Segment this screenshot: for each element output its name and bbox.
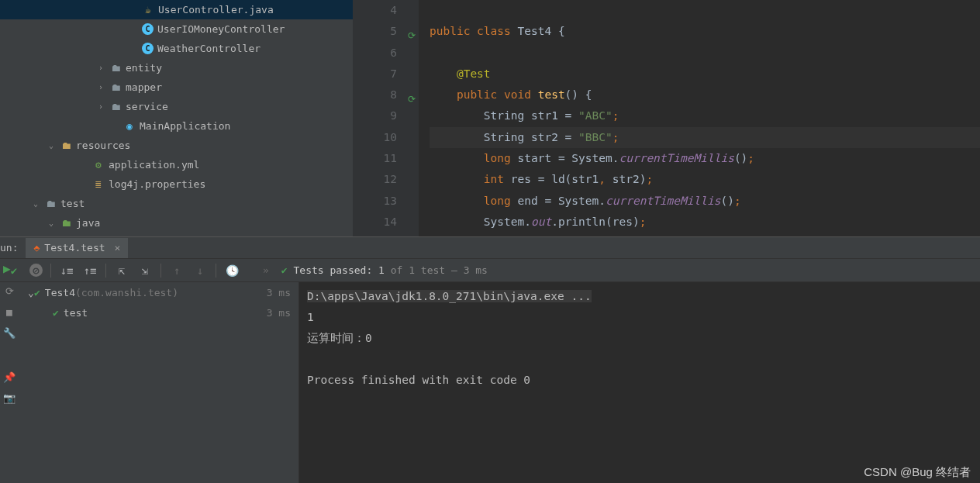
code-line[interactable] <box>430 43 980 64</box>
code-line[interactable]: @Test <box>430 64 980 85</box>
code-line[interactable]: long start = System.currentTimeMillis(); <box>430 148 980 169</box>
collapse-icon[interactable]: ⇱ <box>114 263 129 278</box>
tree-item[interactable]: ⚙application.yml <box>0 155 353 174</box>
down-arrow-icon[interactable]: ↓ <box>192 263 208 278</box>
stop-icon[interactable]: ■ <box>6 306 12 318</box>
test-row[interactable]: ⌄✔Test4 (com.wanshi.test)3 ms <box>19 282 298 302</box>
code-line[interactable]: String str1 = "ABC"; <box>430 105 980 126</box>
code-line[interactable]: int res = ld(str1, str2); <box>430 169 980 190</box>
tree-item[interactable]: ⌄🖿test <box>0 194 353 213</box>
run-tool-label: un: <box>0 242 26 254</box>
chevron-icon: › <box>96 83 105 91</box>
expand-icon[interactable]: ⇲ <box>137 263 153 278</box>
check-icon: ✔ <box>53 307 59 319</box>
tree-label: service <box>126 101 168 112</box>
tree-label: UserController.java <box>158 4 274 16</box>
close-icon[interactable]: × <box>115 242 121 254</box>
history-icon[interactable]: 🕓 <box>224 263 240 278</box>
run-side-toolbar: ⟳ ■ 🔧 📌 📷 <box>0 282 19 483</box>
settings-icon[interactable]: 🔧 <box>3 327 16 339</box>
code-line[interactable] <box>430 0 980 21</box>
code-line[interactable]: String str2 = "BBC"; <box>430 127 980 148</box>
up-arrow-icon[interactable]: ↑ <box>169 263 185 278</box>
code-line[interactable]: public void test() { <box>430 85 980 105</box>
rerun-icon[interactable]: ⟳ <box>5 285 14 297</box>
tree-item[interactable]: ⌄🖿java <box>0 213 353 233</box>
tree-item[interactable]: ›🖿mapper <box>0 78 353 97</box>
tree-label: MainApplication <box>140 120 230 132</box>
pin-icon[interactable]: 📌 <box>3 371 16 383</box>
tree-label: mapper <box>126 81 162 93</box>
tree-item[interactable]: CUserIOMoneyController <box>0 19 353 39</box>
chevron-icon: › <box>96 64 105 72</box>
run-toolbar: ✔ ⊘ ↓≡ ↑≡ ⇱ ⇲ ↑ ↓ 🕓 » ✔ Tests passed: 1 … <box>0 259 980 282</box>
tree-label: resources <box>76 140 130 151</box>
test-tab-icon: ⬘ <box>33 242 40 254</box>
tree-item[interactable]: ◉MainApplication <box>0 116 353 136</box>
sort-up-icon[interactable]: ↑≡ <box>82 263 98 278</box>
tree-item[interactable]: ≣log4j.properties <box>0 174 353 194</box>
code-editor[interactable]: 45⟳678⟳91011121314 public class Test4 { … <box>353 0 980 236</box>
project-tree[interactable]: ☕UserController.javaCUserIOMoneyControll… <box>0 0 353 236</box>
chevron-icon: › <box>96 102 105 111</box>
test-status: ✔ Tests passed: 1 of 1 test – 3 ms <box>281 264 488 276</box>
console-output[interactable]: D:\apps\Java\jdk1.8.0_271\bin\java.exe .… <box>299 282 980 483</box>
sort-down-icon[interactable]: ↓≡ <box>59 263 74 278</box>
run-panel: un: ⬘ Test4.test × ✔ ⊘ ↓≡ ↑≡ ⇱ ⇲ ↑ ↓ 🕓 »… <box>0 236 980 483</box>
tree-item[interactable]: ☕UserController.java <box>0 0 353 19</box>
tree-label: application.yml <box>109 159 199 171</box>
code-line[interactable]: System.out.println(res); <box>430 212 980 233</box>
run-tab[interactable]: ⬘ Test4.test × <box>26 238 128 258</box>
check-icon: ✔ <box>34 287 40 298</box>
code-line[interactable]: long end = System.currentTimeMillis(); <box>430 191 980 212</box>
camera-icon[interactable]: 📷 <box>3 392 16 404</box>
watermark: CSDN @Bug 终结者 <box>864 465 971 480</box>
chevron-icon: ⌄ <box>31 199 40 208</box>
chevron-icon: ⌄ <box>47 141 56 150</box>
play-icon[interactable]: ▶ <box>3 261 11 276</box>
test-results-tree[interactable]: ⌄✔Test4 (com.wanshi.test)3 ms✔test3 ms <box>19 282 299 483</box>
tree-label: test <box>60 198 85 209</box>
code-line[interactable]: public class Test4 { <box>430 21 980 42</box>
noentry-icon[interactable]: ⊘ <box>29 264 43 277</box>
tree-label: entity <box>126 62 162 74</box>
tree-label: UserIOMoneyController <box>157 23 285 35</box>
chevron-icon: ⌄ <box>47 219 56 227</box>
tree-item[interactable]: CWeatherController <box>0 39 353 58</box>
tree-label: WeatherController <box>157 43 261 54</box>
tree-item[interactable]: ›🖿service <box>0 97 353 116</box>
tree-label: java <box>76 217 100 229</box>
run-tab-label: Test4.test <box>44 242 105 254</box>
tree-item[interactable]: ›🖿entity <box>0 58 353 78</box>
tree-item[interactable]: ⌄🖿resources <box>0 136 353 155</box>
test-row[interactable]: ✔test3 ms <box>19 302 298 323</box>
tree-label: log4j.properties <box>109 178 205 190</box>
